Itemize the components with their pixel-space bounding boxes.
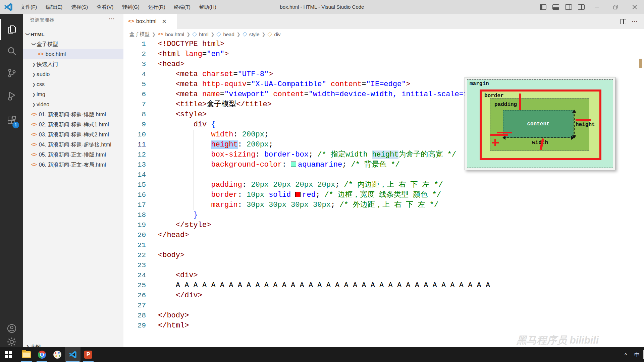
code-line-25[interactable]: 25 A A A A A A A A A A A A A A A A A A A…	[123, 281, 644, 291]
code-line-1[interactable]: 1<!DOCTYPE html>	[123, 39, 644, 49]
code-line-18[interactable]: 18 }	[123, 210, 644, 220]
folder-item-盒子模型[interactable]: ❯盒子模型	[23, 39, 123, 49]
code-line-2[interactable]: 2<html lang="en">	[123, 49, 644, 59]
breadcrumb-item-box.html[interactable]: <>box.html	[158, 32, 184, 37]
line-number: 27	[131, 301, 146, 311]
breadcrumb-separator: ❯	[211, 32, 214, 37]
breadcrumb-item-html[interactable]: html	[193, 32, 208, 37]
code-line-16[interactable]: 16 border: 10px solid red; /* 边框，宽度 线条类型…	[123, 190, 644, 200]
width-arrow	[504, 137, 573, 138]
paint-app-button[interactable]	[50, 347, 65, 362]
file-item-01. 新浪新闻-标题-排版.html[interactable]: <>01. 新浪新闻-标题-排版.html	[23, 110, 123, 120]
menu-item-5[interactable]: 运行(R)	[144, 0, 170, 14]
menu-item-0[interactable]: 文件(F)	[16, 0, 41, 14]
explorer-icon[interactable]	[0, 19, 23, 40]
tab-box-html[interactable]: <> box.html ✕	[123, 14, 177, 29]
editor-more-actions-icon[interactable]: ⋯	[632, 18, 638, 25]
folder-item-video[interactable]: ❯video	[23, 100, 123, 110]
split-editor-icon[interactable]	[620, 19, 626, 24]
menu-item-1[interactable]: 编辑(E)	[41, 0, 67, 14]
line-number: 25	[131, 281, 146, 291]
breadcrumb-separator: ❯	[186, 32, 190, 37]
file-item-04. 新浪新闻-标题-超链接.html[interactable]: <>04. 新浪新闻-标题-超链接.html	[23, 140, 123, 150]
toggle-secondary-sidebar-icon[interactable]	[565, 4, 572, 10]
menu-item-7[interactable]: 帮助(H)	[195, 0, 221, 14]
powerpoint-button[interactable]: P	[80, 347, 96, 362]
line-number: 21	[131, 240, 146, 250]
menu-item-4[interactable]: 转到(G)	[118, 0, 144, 14]
ime-indicator[interactable]: 中	[634, 351, 640, 359]
toggle-panel-icon[interactable]	[552, 4, 559, 10]
folder-item-img[interactable]: ❯img	[23, 89, 123, 100]
search-icon[interactable]	[0, 41, 23, 61]
breadcrumb-item-style[interactable]: style	[243, 32, 260, 37]
toggle-sidebar-icon[interactable]	[540, 4, 546, 10]
tree-item-label: 06. 新浪新闻-正文-布局.html	[39, 162, 106, 169]
red-color-swatch[interactable]	[295, 192, 301, 197]
code-line-23[interactable]: 23	[123, 260, 644, 270]
symbol-element-icon	[216, 32, 221, 37]
code-line-15[interactable]: 15 padding: 20px 20px 20px 20px; /* 内边距，…	[123, 180, 644, 190]
symbol-element-icon	[243, 32, 247, 37]
folder-item-audio[interactable]: ❯audio	[23, 69, 123, 79]
run-debug-icon[interactable]	[0, 85, 23, 106]
tab-close-icon[interactable]: ✕	[162, 18, 166, 25]
windows-taskbar: P ^ 中	[0, 347, 644, 362]
line-number: 18	[131, 210, 146, 220]
breadcrumb-separator: ❯	[152, 32, 156, 37]
tray-expand-icon[interactable]: ^	[625, 352, 627, 358]
code-line-21[interactable]: 21	[123, 240, 644, 250]
file-item-05. 新浪新闻-正文-排版.html[interactable]: <>05. 新浪新闻-正文-排版.html	[23, 150, 123, 160]
start-icon	[5, 351, 12, 358]
code-line-19[interactable]: 19 </style>	[123, 220, 644, 230]
folder-item-HTML[interactable]: ❯HTML	[23, 29, 123, 39]
code-line-26[interactable]: 26 </div>	[123, 291, 644, 301]
code-line-22[interactable]: 22<body>	[123, 250, 644, 260]
start-button[interactable]	[1, 347, 16, 362]
extensions-badge: 1	[12, 122, 19, 128]
folder-item-快速入门[interactable]: ❯快速入门	[23, 59, 123, 69]
code-line-24[interactable]: 24 <div>	[123, 270, 644, 281]
restore-button[interactable]	[606, 0, 625, 14]
line-number: 7	[131, 100, 146, 110]
menu-item-3[interactable]: 查看(V)	[92, 0, 118, 14]
line-number: 10	[131, 130, 146, 140]
vscode-taskbar-button[interactable]	[65, 347, 80, 362]
line-number: 2	[131, 49, 146, 59]
file-item-box.html[interactable]: <>box.html	[23, 49, 123, 59]
breadcrumb-item-盒子模型[interactable]: 盒子模型	[129, 31, 150, 38]
breadcrumb-item-div[interactable]: div	[268, 32, 280, 37]
diagram-margin-label: margin	[470, 81, 489, 87]
sidebar-more-icon[interactable]: ⋯	[109, 15, 115, 22]
extensions-icon[interactable]: 1	[0, 110, 23, 131]
source-control-icon[interactable]	[0, 63, 23, 83]
line-number: 5	[131, 79, 146, 89]
code-line-27[interactable]: 27	[123, 301, 644, 311]
file-item-03. 新浪新闻-标题-样式2.html[interactable]: <>03. 新浪新闻-标题-样式2.html	[23, 130, 123, 140]
line-number: 8	[131, 110, 146, 120]
chrome-button[interactable]	[34, 347, 50, 362]
code-line-14[interactable]: 14	[123, 170, 644, 180]
code-line-29[interactable]: 29</html>	[123, 321, 644, 331]
breadcrumb-item-head[interactable]: head	[217, 32, 234, 37]
chevron-right-icon: ❯	[31, 102, 37, 107]
menu-item-6[interactable]: 终端(T)	[170, 0, 195, 14]
code-line-20[interactable]: 20</head>	[123, 230, 644, 240]
code-line-17[interactable]: 17 margin: 30px 30px 30px 30px; /* 外边距，上…	[123, 200, 644, 210]
line-number: 19	[131, 220, 146, 230]
code-line-28[interactable]: 28</body>	[123, 311, 644, 321]
customize-layout-icon[interactable]	[578, 4, 585, 10]
minimize-button[interactable]	[588, 0, 606, 14]
file-item-02. 新浪新闻-标题-样式1.html[interactable]: <>02. 新浪新闻-标题-样式1.html	[23, 120, 123, 130]
menu-item-2[interactable]: 选择(S)	[67, 0, 92, 14]
folder-item-css[interactable]: ❯css	[23, 79, 123, 89]
explorer-sidebar: 资源管理器 ⋯ ❯HTML❯盒子模型<>box.html❯快速入门❯audio❯…	[23, 14, 123, 347]
aquamarine-color-swatch[interactable]	[291, 162, 296, 167]
powerpoint-icon: P	[84, 351, 92, 359]
code-line-3[interactable]: 3<head>	[123, 59, 644, 69]
file-explorer-button[interactable]	[19, 347, 34, 362]
close-button[interactable]	[625, 0, 644, 14]
chrome-icon	[38, 351, 46, 359]
file-item-06. 新浪新闻-正文-布局.html[interactable]: <>06. 新浪新闻-正文-布局.html	[23, 160, 123, 170]
height-arrow	[574, 111, 575, 137]
